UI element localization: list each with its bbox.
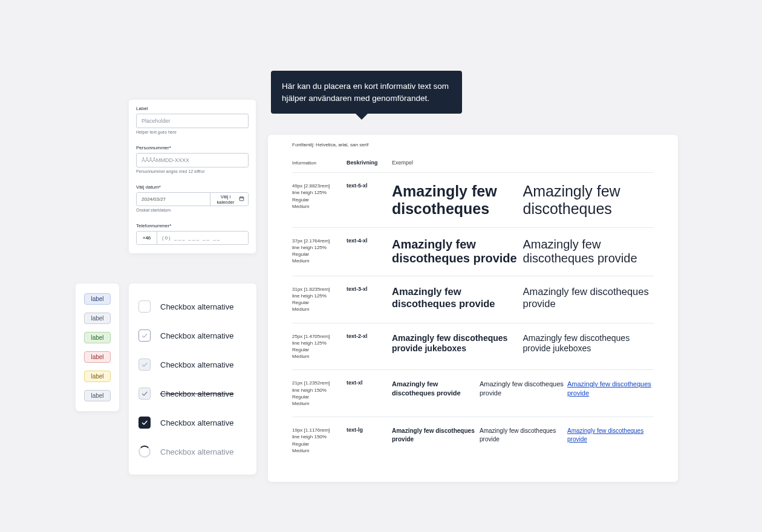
- input-label: Personnummer*: [136, 145, 249, 151]
- date-input[interactable]: [137, 193, 210, 206]
- checkbox-label: Checkbox alternative: [160, 331, 233, 340]
- label-chip-info: label: [84, 293, 110, 305]
- col-header-exempel: Exempel: [392, 160, 413, 166]
- calendar-icon: [239, 196, 244, 203]
- svg-rect-0: [239, 197, 244, 201]
- col-header-info: Information: [292, 160, 347, 166]
- tooltip: Här kan du placera en kort informativ te…: [271, 71, 462, 114]
- tooltip-text: Här kan du placera en kort informativ te…: [282, 82, 449, 103]
- checkbox-row: Checkbox alternative: [138, 379, 247, 408]
- table-row: 25px [1.4705rem] line heigh 125% Regular…: [292, 323, 654, 371]
- typography-card: Fontfamilj: Helvetica, arial, san serif …: [268, 135, 678, 482]
- sample-bold: Amazingly few discotheques provide: [392, 286, 523, 310]
- spinner-icon: [138, 446, 151, 458]
- table-header: Information Beskrivning Exempel: [292, 154, 654, 173]
- sample-bold: Amazingly few discotheques provide jukeb…: [392, 333, 523, 354]
- personnummer-input[interactable]: [136, 153, 249, 167]
- sample-regular: Amazingly few discotheques provide: [523, 286, 654, 310]
- checkbox-empty[interactable]: [138, 300, 151, 313]
- input-label: Välj datum*: [136, 184, 249, 190]
- checkbox-label: Checkbox alternative: [160, 389, 233, 398]
- checkbox-card: Checkbox alternative Checkbox alternativ…: [129, 284, 256, 475]
- checkbox-hover[interactable]: [138, 329, 151, 342]
- phone-number-input[interactable]: [157, 232, 248, 244]
- sample-regular: Amazingly few discotheques provide jukeb…: [523, 333, 654, 354]
- input-label: Label: [136, 106, 249, 111]
- checkbox-disabled-empty: [138, 358, 151, 371]
- checkbox-row[interactable]: Checkbox alternative: [138, 408, 247, 437]
- sample-link[interactable]: Amazingly few discotheques provide: [567, 380, 654, 398]
- col-header-desc: Beskrivning: [347, 160, 392, 166]
- checkbox-label: Checkbox alternative: [160, 447, 233, 456]
- helper-text: Helper text goes here: [136, 130, 249, 134]
- phone-prefix-input[interactable]: [137, 232, 157, 244]
- checkbox-checked[interactable]: [138, 417, 151, 429]
- checkbox-row[interactable]: Checkbox alternative: [138, 292, 247, 321]
- label-chip-error: label: [84, 351, 110, 363]
- helper-text: Önskat startdatum: [136, 208, 249, 212]
- input-label: Telefonnummer*: [136, 223, 249, 229]
- sample-bold: Amazingly few discotheques provide: [392, 238, 523, 266]
- date-picker-button[interactable]: Välj i kalender: [210, 193, 248, 206]
- sample-bold: Amazingly few discotheques provide: [392, 427, 478, 444]
- label-chips-card: label label label label label label: [76, 284, 119, 411]
- text-input[interactable]: [136, 114, 249, 128]
- sample-bold: Amazingly few discotheques provide: [392, 380, 478, 398]
- checkbox-row[interactable]: Checkbox alternative: [138, 321, 247, 350]
- table-row: 37px [2.1764rem] line heigh 125% Regular…: [292, 228, 654, 276]
- table-row: 31px [1.8235rem] line heigh 125% Regular…: [292, 276, 654, 323]
- sample-regular: Amazingly few discotheques: [523, 183, 654, 218]
- table-row: 49px [2.8823rem] line heigh 125% Regular…: [292, 173, 654, 228]
- sample-regular: Amazingly few discotheques provide: [480, 380, 566, 398]
- checkbox-label: Checkbox alternative: [160, 418, 233, 427]
- sample-regular: Amazingly few discotheques provide: [480, 427, 566, 444]
- label-chip-neutral: label: [84, 313, 110, 324]
- label-chip-default: label: [84, 390, 110, 401]
- font-family-note: Fontfamilj: Helvetica, arial, san serif: [292, 142, 654, 148]
- label-chip-warning: label: [84, 371, 110, 382]
- checkbox-disabled-checked: [138, 388, 151, 400]
- checkbox-label: Checkbox alternative: [160, 360, 233, 369]
- sample-link[interactable]: Amazingly few discotheques provide: [567, 427, 654, 444]
- sample-bold: Amazingly few discotheques: [392, 183, 523, 218]
- checkbox-row[interactable]: Checkbox alternative: [138, 350, 247, 379]
- checkbox-label: Checkbox alternative: [160, 302, 233, 311]
- sample-regular: Amazingly few discotheques provide: [523, 238, 654, 266]
- label-chip-success: label: [84, 332, 110, 343]
- helper-text: Personnummer anges med 12 siffror: [136, 169, 249, 174]
- table-row: 21px [1.2352rem] line heigh 150% Regular…: [292, 370, 654, 417]
- form-inputs-card: Label Helper text goes here Personnummer…: [129, 100, 256, 253]
- table-row: 19px [1.1176rem] line heigh 150% Regular…: [292, 417, 654, 464]
- checkbox-row: Checkbox alternative: [138, 437, 247, 466]
- date-button-label: Välj i kalender: [214, 194, 237, 205]
